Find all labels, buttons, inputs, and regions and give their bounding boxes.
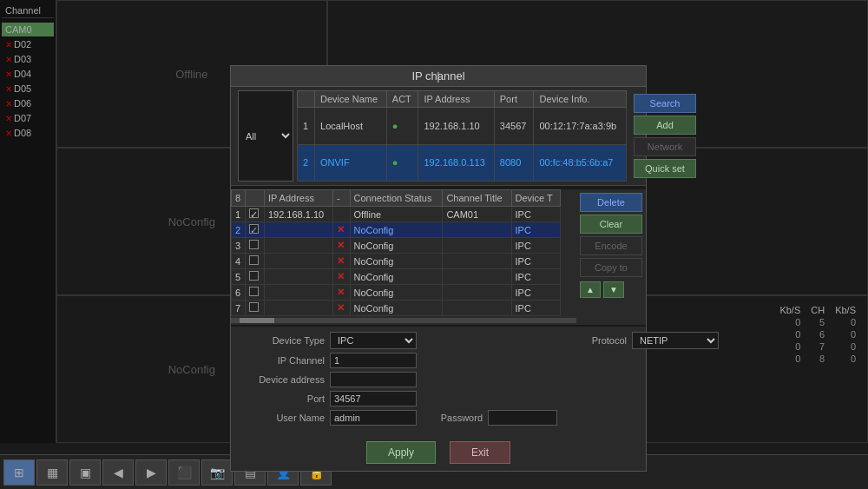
row-checkbox[interactable] (249, 255, 259, 265)
ch-ip (264, 238, 332, 254)
password-label: Password (422, 413, 483, 423)
noconfig-label-2: NoConfig (168, 215, 215, 228)
sidebar-item-cam0[interactable]: CAM0 (2, 23, 54, 36)
sidebar-item-d08[interactable]: ✕D08 (2, 126, 54, 140)
x-mark: ✕ (337, 287, 345, 297)
d-num: 1 (298, 108, 315, 145)
taskbar-btn-5[interactable]: ⬛ (168, 459, 200, 486)
ch-col-status: Connection Status (350, 190, 443, 207)
clear-button[interactable]: Clear (580, 215, 642, 234)
ch-col-ip: IP Address (264, 190, 332, 207)
taskbar-btn-1[interactable]: ▦ (36, 459, 68, 486)
ch-col-check (246, 190, 265, 207)
exit-button[interactable]: Exit (450, 441, 510, 464)
sidebar-title: Channel (2, 3, 54, 18)
sidebar-item-d06[interactable]: ✕D06 (2, 96, 54, 110)
taskbar-btn-4[interactable]: ▶ (135, 459, 167, 486)
encode-button: Encode (580, 236, 642, 255)
search-type-dropdown[interactable]: All ONVIF IPC (238, 90, 293, 182)
delete-button[interactable]: Delete (580, 193, 642, 212)
channel-table-section: 8 IP Address - Connection Status Channel… (231, 186, 646, 325)
taskbar-btn-0[interactable]: ⊞ (3, 459, 35, 486)
sidebar-label-7: D08 (14, 128, 31, 138)
ch-status: NoConfig (350, 301, 443, 316)
channel-table-row[interactable]: 2 ✓ ✕ NoConfig IPC (232, 222, 561, 238)
ch-num: 1 (232, 207, 246, 222)
d-port: 8080 (494, 144, 534, 182)
channel-table-row[interactable]: 3 ✕ NoConfig IPC (232, 238, 561, 254)
d-name: ONVIF (315, 144, 387, 182)
ch-xmark: ✕ (333, 285, 350, 301)
ch-title (443, 285, 511, 301)
ch-num: 4 (232, 254, 246, 269)
ch-num: 7 (232, 301, 246, 316)
username-input[interactable] (330, 410, 417, 426)
port-input[interactable] (330, 391, 417, 406)
d-num: 2 (298, 144, 315, 182)
channel-table-row[interactable]: 4 ✕ NoConfig IPC (232, 254, 561, 269)
password-input[interactable] (488, 410, 557, 426)
device-address-input[interactable] (330, 372, 417, 387)
ch-check (246, 238, 265, 254)
apply-button[interactable]: Apply (366, 441, 436, 464)
kbs1: 0 (774, 328, 806, 340)
ch-num: 6 (232, 285, 246, 301)
sidebar-label-6: D07 (14, 113, 31, 123)
channel-table-row[interactable]: 5 ✕ NoConfig IPC (232, 269, 561, 285)
kbs-ch: 6 (806, 328, 830, 340)
row-checkbox[interactable]: ✓ (249, 224, 259, 234)
up-arrow-button[interactable]: ▲ (580, 281, 601, 298)
taskbar-btn-2[interactable]: ▣ (69, 459, 101, 486)
sidebar-label-5: D06 (14, 98, 31, 109)
taskbar-btn-3[interactable]: ◀ (102, 459, 134, 486)
ch-type: IPC (511, 285, 560, 301)
ch-ip: 192.168.1.10 (264, 207, 332, 222)
row-checkbox[interactable] (249, 271, 259, 281)
row-checkbox[interactable]: ✓ (249, 208, 259, 218)
device-table-row[interactable]: 2 ONVIF ● 192.168.0.113 8080 00:fc:48:b5… (298, 144, 627, 182)
ch-status: NoConfig (350, 254, 443, 269)
ch-status: NoConfig (350, 285, 443, 301)
x-mark: ✕ (337, 255, 345, 266)
ch-ip (264, 285, 332, 301)
channel-table-row[interactable]: 1 ✓ 192.168.1.10 Offline CAM01 IPC (232, 207, 561, 222)
ch-xmark: ✕ (333, 269, 350, 285)
ch-status: Offline (350, 207, 443, 222)
ch-type: IPC (511, 269, 560, 285)
channel-table-row[interactable]: 6 ✕ NoConfig IPC (232, 285, 561, 301)
sidebar-label-0: CAM0 (5, 24, 32, 35)
kbs1: 0 (774, 340, 806, 353)
device-table-row[interactable]: 1 LocalHost ● 192.168.1.10 34567 00:12:1… (298, 108, 627, 145)
channel-table-row[interactable]: 7 ✕ NoConfig IPC (232, 301, 561, 316)
row-checkbox[interactable] (249, 240, 259, 249)
ch-status: NoConfig (350, 222, 443, 238)
sidebar-item-d05[interactable]: ✕D05 (2, 82, 54, 96)
kbs-row: 0 5 0 (774, 316, 861, 328)
row-checkbox[interactable] (249, 302, 259, 312)
sidebar-item-d03[interactable]: ✕D03 (2, 52, 54, 66)
search-button[interactable]: Search (634, 94, 696, 113)
dialog-title: IP channel (231, 66, 646, 87)
down-arrow-button[interactable]: ▼ (603, 281, 624, 298)
quick-set-button[interactable]: Quick set (634, 159, 696, 178)
d-ip: 192.168.0.113 (418, 144, 494, 182)
protocol-select[interactable]: NETIP ONVIF (632, 332, 719, 349)
device-type-select[interactable]: IPC DVR NVR (330, 332, 417, 349)
kbs2: 0 (830, 316, 861, 328)
channel-scrollbar[interactable] (231, 318, 576, 323)
col-act: ACT (386, 91, 418, 108)
ch-title (443, 269, 511, 285)
col-devinfo: Device Info. (534, 91, 627, 108)
add-button[interactable]: Add (634, 116, 696, 135)
row-checkbox[interactable] (249, 287, 259, 296)
ch-xmark: ✕ (333, 301, 350, 316)
ch-check: ✓ (246, 207, 265, 222)
sidebar-item-d07[interactable]: ✕D07 (2, 111, 54, 125)
ch-ip (264, 222, 332, 238)
taskbar-btn-6[interactable]: 📷 (201, 459, 233, 486)
ip-channel-input[interactable] (330, 353, 417, 368)
sidebar-item-d04[interactable]: ✕D04 (2, 67, 54, 81)
ch-xmark: ✕ (333, 238, 350, 254)
protocol-label: Protocol (575, 335, 627, 346)
sidebar-item-d02[interactable]: ✕D02 (2, 37, 54, 51)
